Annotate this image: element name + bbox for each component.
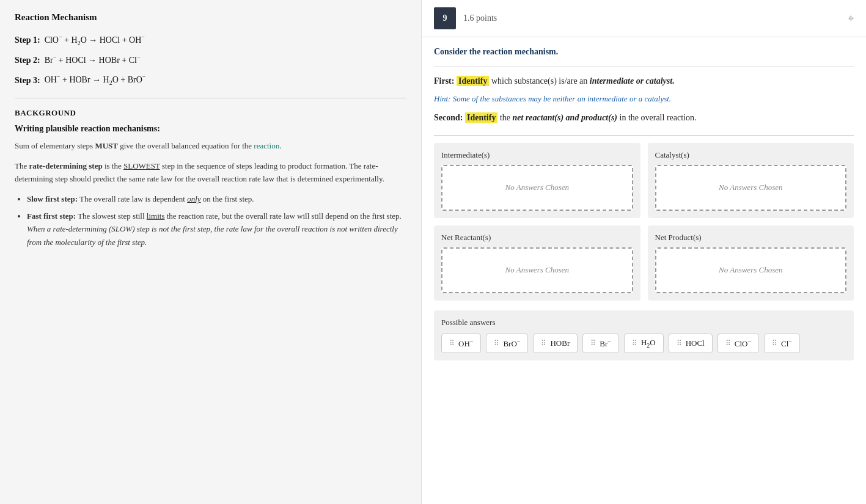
chip-oh-minus[interactable]: ⠿ OH−	[441, 334, 481, 353]
drag-dots-oh: ⠿	[449, 340, 455, 347]
step-1: Step 1: ClO− + H2O → HOCl + OH−	[15, 32, 406, 48]
first-instruction: First: Identify which substance(s) is/ar…	[434, 75, 854, 88]
step-3-equation: OH− + HOBr → H2O + BrO−	[42, 75, 145, 84]
drag-dots-br: ⠿	[590, 340, 596, 347]
chip-formula-h2o: H2O	[641, 338, 656, 349]
background-title: BACKGROUND	[15, 108, 406, 118]
chip-hobr[interactable]: ⠿ HOBr	[533, 334, 578, 353]
left-panel: Reaction Mechanism Step 1: ClO− + H2O → …	[0, 0, 422, 504]
chip-hocl[interactable]: ⠿ HOCl	[669, 334, 713, 353]
chip-h2o[interactable]: ⠿ H2O	[624, 334, 664, 353]
divider-1	[15, 98, 406, 98]
chip-clo-minus[interactable]: ⠿ ClO−	[717, 334, 759, 353]
question-divider-2	[434, 135, 854, 136]
drag-dots-clo: ⠿	[725, 340, 731, 347]
drag-dots-cl: ⠿	[772, 340, 777, 347]
bullet-fast: Fast first step: The slowest step still …	[27, 210, 406, 249]
step-3-label: Step 3:	[15, 75, 40, 84]
second-bold-italic: net reactant(s) and product(s)	[513, 113, 618, 122]
step-2: Step 2: Br− + HOCl → HOBr + Cl−	[15, 53, 406, 67]
bullet-list: Slow first step: The overall rate law is…	[27, 192, 406, 249]
step-1-equation: ClO− + H2O → HOCl + OH−	[42, 35, 145, 45]
question-body: Consider the reaction mechanism. First: …	[422, 37, 866, 378]
possible-answers-title: Possible answers	[441, 318, 846, 327]
net-reactants-drop-zone[interactable]: No Answers Chosen	[441, 247, 633, 293]
second-label: Second:	[434, 113, 463, 122]
drag-dots-bro: ⠿	[494, 340, 499, 347]
pin-icon[interactable]: ⌖	[848, 12, 854, 25]
catalysts-placeholder: No Answers Chosen	[719, 183, 783, 192]
question-header: 9 1.6 points ⌖	[422, 0, 866, 37]
net-products-box: Net Product(s) No Answers Chosen	[648, 225, 854, 301]
step-2-label: Step 2:	[15, 56, 40, 65]
question-main-text: Consider the reaction mechanism.	[434, 47, 854, 57]
left-panel-title: Reaction Mechanism	[15, 12, 406, 23]
chip-formula-bro: BrO−	[503, 338, 520, 349]
step-3: Step 3: OH− + HOBr → H2O + BrO−	[15, 73, 406, 88]
drag-dots-hobr: ⠿	[541, 340, 546, 347]
first-bold-italic: intermediate or catalyst.	[590, 76, 675, 86]
background-text-2: The rate-determining step is the SLOWEST…	[15, 160, 406, 186]
bullet-slow: Slow first step: The overall rate law is…	[27, 192, 406, 205]
intermediates-drop-zone[interactable]: No Answers Chosen	[441, 165, 633, 211]
net-products-title: Net Product(s)	[655, 233, 847, 243]
background-subtitle: Writing plausible reaction mechanisms:	[15, 124, 406, 134]
answer-grid: Intermediate(s) No Answers Chosen Cataly…	[434, 143, 854, 301]
net-products-placeholder: No Answers Chosen	[719, 265, 783, 275]
chip-br-minus[interactable]: ⠿ Br−	[582, 334, 619, 353]
net-reactants-box: Net Reactant(s) No Answers Chosen	[434, 225, 640, 301]
net-products-drop-zone[interactable]: No Answers Chosen	[655, 247, 847, 293]
catalysts-title: Catalyst(s)	[655, 150, 847, 160]
answer-chips: ⠿ OH− ⠿ BrO− ⠿ HOBr ⠿ Br− ⠿ H2O	[441, 334, 846, 353]
step-2-equation: Br− + HOCl → HOBr + Cl−	[42, 56, 140, 65]
chip-formula-oh: OH−	[458, 338, 473, 349]
hint-text: Hint: Some of the substances may be neit…	[434, 94, 854, 104]
first-highlight: Identify	[457, 76, 489, 86]
drag-dots-h2o: ⠿	[632, 340, 637, 347]
right-panel: 9 1.6 points ⌖ Consider the reaction mec…	[422, 0, 866, 504]
chip-formula-cl: Cl−	[781, 338, 792, 349]
chip-formula-hobr: HOBr	[550, 338, 570, 348]
catalysts-box: Catalyst(s) No Answers Chosen	[648, 143, 854, 218]
possible-answers-section: Possible answers ⠿ OH− ⠿ BrO− ⠿ HOBr ⠿ B…	[434, 310, 854, 360]
step-1-label: Step 1:	[15, 35, 40, 45]
question-points: 1.6 points	[463, 13, 840, 23]
chip-formula-hocl: HOCl	[686, 338, 705, 348]
background-text-1: Sum of elementary steps MUST give the ov…	[15, 140, 406, 153]
net-reactants-title: Net Reactant(s)	[441, 233, 633, 243]
catalysts-drop-zone[interactable]: No Answers Chosen	[655, 165, 847, 211]
second-highlight: Identify	[465, 112, 497, 123]
drag-dots-hocl: ⠿	[677, 340, 682, 347]
net-reactants-placeholder: No Answers Chosen	[505, 265, 570, 275]
question-divider-1	[434, 67, 854, 67]
intermediates-placeholder: No Answers Chosen	[505, 183, 570, 192]
chip-bro-minus[interactable]: ⠿ BrO−	[486, 334, 528, 353]
chip-formula-br: Br−	[600, 338, 611, 349]
chip-formula-clo: ClO−	[735, 338, 751, 349]
first-label: First:	[434, 76, 454, 86]
chip-cl-minus[interactable]: ⠿ Cl−	[764, 334, 800, 353]
second-instruction: Second: Identify the net reactant(s) and…	[434, 111, 854, 125]
intermediates-title: Intermediate(s)	[441, 150, 633, 160]
intermediates-box: Intermediate(s) No Answers Chosen	[434, 143, 640, 218]
question-number: 9	[434, 7, 456, 29]
